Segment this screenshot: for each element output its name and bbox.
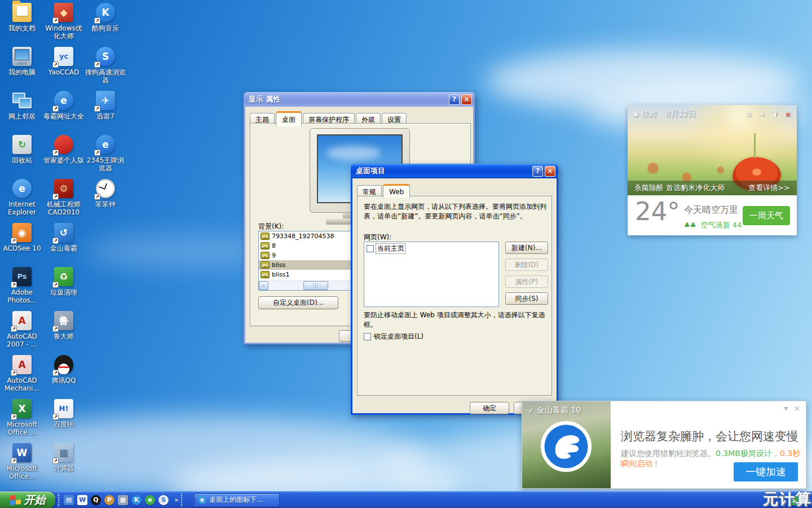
week-weather-button[interactable]: 一周天气 bbox=[743, 206, 790, 225]
2345-icon[interactable]: e bbox=[145, 495, 155, 505]
shortcut-arrow-icon: ↗ bbox=[94, 62, 100, 68]
desktop-icon-label: 腾讯QQ bbox=[43, 376, 84, 384]
windows-flag-icon bbox=[10, 494, 21, 505]
desktop-icon-network-places[interactable]: 网上邻居 bbox=[2, 91, 42, 120]
icon-glyph: e bbox=[12, 179, 32, 198]
desktop-icon-label: AutoCAD Mechani... bbox=[2, 376, 42, 392]
items-ok-button[interactable]: 确定 bbox=[470, 402, 509, 414]
desktop-icon-internet-explorer[interactable]: eInternet Explorer bbox=[2, 179, 42, 216]
jixie-cad2010-icon: ⚙↗ bbox=[54, 179, 73, 198]
word-icon[interactable]: W bbox=[77, 495, 87, 505]
tab-桌面[interactable]: 桌面 bbox=[276, 111, 302, 126]
background-item-bliss1[interactable]: JPGbliss1 bbox=[259, 270, 355, 279]
desktop-icon-label: AutoCAD 2007 - ... bbox=[2, 332, 42, 348]
desktop-icon-trash-clean[interactable]: ♻↗垃圾清理 bbox=[43, 267, 84, 296]
close-button[interactable]: × bbox=[461, 94, 472, 105]
background-item-8[interactable]: JPG8 bbox=[259, 241, 355, 251]
jpg-file-icon: JPG bbox=[261, 242, 270, 249]
side-button-S[interactable]: 同步(S) bbox=[505, 292, 548, 305]
popup-minimize-icon[interactable]: ▾ bbox=[784, 404, 788, 413]
background-listbox[interactable]: JPG793348_192704538JPG8JPG9JPGblissJPGbl… bbox=[258, 231, 355, 291]
lock-desktop-items-row[interactable]: 锁定桌面项目(L) bbox=[364, 332, 423, 341]
desktop-icon-label: 2345王牌浏览器 bbox=[85, 156, 126, 172]
sogou-icon[interactable]: S bbox=[158, 495, 169, 505]
popup-subtitle-comma: ， bbox=[772, 449, 780, 458]
desktop-icon-duba-sites[interactable]: e↗毒霸网址大全 bbox=[43, 91, 84, 120]
desktop-icon-adobe-photoshop[interactable]: Ps↗Adobe Photos... bbox=[2, 267, 42, 304]
desktop-icon-2345-browser[interactable]: e↗2345王牌浏览器 bbox=[85, 135, 126, 172]
items-dialog-titlebar[interactable]: 桌面项目 ? × bbox=[351, 164, 558, 178]
desktop-icon-kugou-music[interactable]: K↗酷狗音乐 bbox=[85, 3, 126, 32]
kingsoft-brand-text: 金山毒霸 10 bbox=[537, 405, 581, 415]
desktop-icon-ms-office-excel[interactable]: X↗Microsoft Office ... bbox=[2, 399, 42, 436]
customize-desktop-button[interactable]: 自定义桌面(D)... bbox=[258, 296, 338, 309]
desktop-icon-calculator[interactable]: ▦↗计算器 bbox=[43, 443, 84, 472]
weather-close-icon[interactable]: × bbox=[785, 110, 791, 119]
kugou-icon[interactable]: K bbox=[131, 495, 142, 505]
web-page-item[interactable]: 当前主页 bbox=[364, 242, 498, 255]
display-dialog-titlebar[interactable]: 显示 属性 ? × bbox=[244, 92, 475, 107]
desktop-icon-jixie-cad2010[interactable]: ⚙↗机械工程师CAD2010 bbox=[43, 179, 84, 216]
desktop-icon-my-documents[interactable]: 我的文档 bbox=[2, 3, 42, 32]
ms-office-excel-icon: X↗ bbox=[12, 399, 32, 418]
desktop-icon-guanjiapo[interactable]: ↗管家婆个人版 bbox=[43, 135, 84, 164]
shortcut-arrow-icon: ↗ bbox=[94, 106, 100, 112]
desktop-icon-recycle-bin[interactable]: ↻回收站 bbox=[2, 135, 42, 164]
desktop-icon-yaoccad[interactable]: yc↗YaoCCAD bbox=[43, 47, 84, 76]
desktop-icon-my-computer[interactable]: 我的电脑 bbox=[2, 47, 42, 76]
desktop-icon-kingsoft-duba[interactable]: ↺↗金山毒霸 bbox=[43, 223, 84, 252]
background-item-bliss[interactable]: JPGbliss bbox=[259, 260, 355, 270]
desktop-icon-benben-clock[interactable]: ↗笨笨钟 bbox=[85, 179, 126, 208]
one-click-speedup-button[interactable]: 一键加速 bbox=[734, 462, 798, 481]
desktop-icon-xunlei-7[interactable]: ✈↗迅雷7 bbox=[85, 91, 126, 120]
desktop-icon-acdsee-10[interactable]: ◉↗ACDSee 10 bbox=[2, 223, 42, 252]
desktop-icon-autocad-2007[interactable]: A↗AutoCAD 2007 - ... bbox=[2, 311, 42, 348]
desktop-icon-sogou-browser[interactable]: S↗搜狗高速浏览器 bbox=[85, 47, 126, 84]
calculator-icon[interactable]: ▦ bbox=[118, 495, 128, 505]
desktop-icon-tencent-qq[interactable]: ↗腾讯QQ bbox=[43, 355, 84, 384]
desktop-icon-autocad-mechanical[interactable]: A↗AutoCAD Mechani... bbox=[2, 355, 42, 392]
scrollbar-thumb[interactable]: ||| bbox=[303, 281, 328, 290]
desktop-icon-windows-youhua-dashi[interactable]: ◆↗Windows优化大师 bbox=[43, 3, 84, 40]
web-page-checkbox[interactable] bbox=[367, 245, 374, 252]
popup-headline: 浏览器复杂臃肿，会让您网速变慢 bbox=[621, 428, 798, 444]
ad-banner-link[interactable]: 查看详情>> bbox=[748, 183, 790, 193]
taskbar-separator bbox=[180, 493, 183, 507]
desktop-icon-ms-office-word[interactable]: W↗Microsoft Office... bbox=[2, 443, 42, 480]
task-button-desktop-icons[interactable]: e 桌面上的图标下... bbox=[194, 493, 280, 507]
shortcut-arrow-icon: ↗ bbox=[52, 414, 59, 420]
desktop-icon-baidu-hi[interactable]: H!↗百度Hi bbox=[43, 399, 84, 428]
sun-icon[interactable]: ☀ bbox=[759, 110, 766, 119]
popup-close-icon[interactable]: × bbox=[793, 404, 800, 413]
side-button-N[interactable]: 新建(N)... bbox=[505, 242, 548, 254]
weather-photo: ◉ 铁岭 8月12日 ⚙ ☀ ➤ × 杀菌除醛 首选豹米净化大师 查看详情>> bbox=[628, 105, 797, 195]
horizontal-scrollbar[interactable]: ‹ ||| bbox=[259, 281, 355, 290]
recycle-bin-icon: ↻ bbox=[12, 135, 32, 154]
start-button[interactable]: 开始 bbox=[0, 492, 55, 508]
background-item-793348_192704538[interactable]: JPG793348_192704538 bbox=[259, 231, 355, 241]
help-button[interactable]: ? bbox=[449, 94, 460, 105]
desktop-icon-label: Internet Explorer bbox=[2, 200, 42, 216]
quick-launch-bar: ▤WQP▦KeS bbox=[61, 495, 171, 505]
weather-ad-banner[interactable]: 杀菌除醛 首选豹米净化大师 查看详情>> bbox=[628, 181, 797, 195]
guanjiapo-icon: ↗ bbox=[54, 135, 73, 154]
quick-launch-overflow-chevron[interactable]: » bbox=[174, 496, 179, 504]
weather-date: 8月12日 bbox=[665, 109, 696, 119]
desktop-icon-ludashi[interactable]: 鲁↗鲁大师 bbox=[43, 311, 84, 340]
shortcut-arrow-icon: ↗ bbox=[52, 238, 59, 244]
web-pages-listbox[interactable]: 当前主页 bbox=[364, 242, 499, 307]
tab-Web[interactable]: Web bbox=[383, 184, 410, 198]
gear-icon[interactable]: ⚙ bbox=[745, 110, 752, 119]
help-button[interactable]: ? bbox=[532, 166, 543, 177]
desktop-icon-label: ACDSee 10 bbox=[2, 244, 42, 252]
show-desktop-icon[interactable]: ▤ bbox=[64, 495, 74, 505]
background-item-9[interactable]: JPG9 bbox=[259, 251, 355, 260]
lock-desktop-items-checkbox[interactable] bbox=[364, 333, 371, 340]
qq-icon[interactable]: Q bbox=[91, 495, 101, 505]
scroll-left-button[interactable]: ‹ bbox=[259, 281, 268, 290]
paint-icon[interactable]: P bbox=[104, 495, 114, 505]
tree-icon: ♣♣ bbox=[684, 221, 696, 229]
close-button[interactable]: × bbox=[545, 166, 555, 177]
desktop-icon-label: 鲁大师 bbox=[43, 332, 84, 340]
pushpin-icon[interactable]: ➤ bbox=[770, 109, 780, 119]
